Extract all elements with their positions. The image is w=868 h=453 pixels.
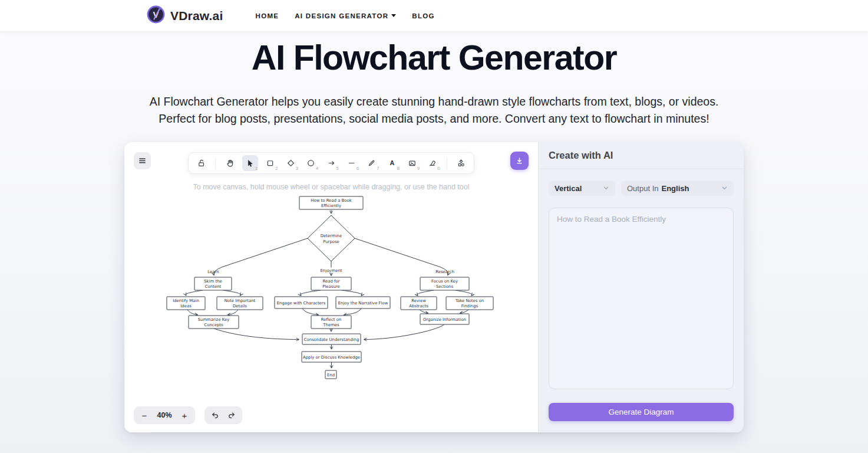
page-description: AI Flowchart Generator helps you easily … bbox=[0, 93, 868, 127]
svg-text:Ideas: Ideas bbox=[180, 304, 192, 308]
undo-button[interactable] bbox=[208, 408, 222, 422]
flowchart-drawing[interactable]: How to Read a Book Efficiently Determine… bbox=[124, 142, 538, 432]
prompt-input[interactable] bbox=[549, 208, 734, 389]
flowchart-node-engage[interactable]: Engage with Characters bbox=[275, 297, 328, 308]
flowchart-node-apply[interactable]: Apply or Discuss Knowledge bbox=[302, 352, 361, 362]
description-line-1: AI Flowchart Generator helps you easily … bbox=[0, 93, 868, 110]
panel-header: Create with AI bbox=[539, 142, 744, 169]
svg-text:Sections: Sections bbox=[436, 284, 454, 289]
chevron-down-icon bbox=[721, 184, 728, 193]
undo-icon bbox=[211, 411, 219, 419]
svg-text:Note Important: Note Important bbox=[225, 298, 256, 303]
zoom-in-button[interactable]: + bbox=[177, 408, 192, 422]
flowchart-node-focus[interactable]: Focus on Key Sections bbox=[420, 277, 469, 290]
svg-text:Purpose: Purpose bbox=[323, 239, 339, 244]
zoom-level[interactable]: 40% bbox=[157, 411, 171, 419]
zoom-out-button[interactable]: − bbox=[137, 408, 151, 422]
svg-text:Abstracts: Abstracts bbox=[409, 304, 428, 308]
svg-text:Enjoy the Narrative Flow: Enjoy the Narrative Flow bbox=[338, 301, 388, 306]
flowchart-node-skim[interactable]: Skim the Content bbox=[194, 277, 232, 290]
svg-text:Efficiently: Efficiently bbox=[321, 203, 341, 208]
flowchart-node-summarize[interactable]: Summarize Key Concepts bbox=[189, 316, 239, 329]
svg-text:Engage with Characters: Engage with Characters bbox=[277, 301, 326, 306]
panel-title: Create with AI bbox=[549, 150, 613, 161]
svg-text:Organize Information: Organize Information bbox=[423, 317, 466, 322]
svg-text:Research: Research bbox=[435, 270, 454, 274]
history-controls bbox=[204, 406, 242, 424]
flowchart-node-reflect[interactable]: Reflect on Themes bbox=[311, 316, 351, 329]
brand-logo[interactable]: V VDraw.ai bbox=[147, 5, 223, 26]
nav-item-home[interactable]: HOME bbox=[256, 12, 279, 19]
svg-text:Reflect on: Reflect on bbox=[321, 317, 342, 322]
zoom-controls: − 40% + bbox=[134, 406, 195, 424]
output-language-select[interactable]: Output In English bbox=[621, 180, 734, 196]
flowchart-node-takenotes[interactable]: Take Notes on Findings bbox=[446, 297, 493, 310]
svg-text:Summarize Key: Summarize Key bbox=[198, 317, 230, 322]
top-navbar: V VDraw.ai HOME AI DESIGN GENERATOR BLOG bbox=[0, 0, 868, 31]
flowchart-node-consolidate[interactable]: Consolidate Understanding bbox=[302, 334, 361, 344]
svg-text:Consolidate Understanding: Consolidate Understanding bbox=[304, 337, 359, 342]
description-line-2: Perfect for blog posts, presentations, s… bbox=[0, 110, 868, 127]
flowchart-node-review[interactable]: Review Abstracts bbox=[401, 297, 437, 310]
flowchart-node-identify[interactable]: Identify Main Ideas bbox=[167, 297, 205, 310]
page-title: AI Flowchart Generator bbox=[0, 37, 868, 79]
editor-card: 1 2 3 4 bbox=[124, 142, 744, 432]
svg-text:Review: Review bbox=[411, 298, 426, 303]
svg-text:Concepts: Concepts bbox=[204, 323, 223, 327]
svg-text:Learn: Learn bbox=[207, 270, 219, 274]
svg-text:Skim the: Skim the bbox=[204, 279, 222, 284]
create-with-ai-panel: Create with AI Vertical Output In Englis… bbox=[538, 142, 744, 432]
flowchart-node-enjoy[interactable]: Enjoy the Narrative Flow bbox=[336, 297, 390, 308]
nav-item-ai-design-generator[interactable]: AI DESIGN GENERATOR bbox=[295, 12, 396, 19]
flowchart-node-decision[interactable]: Determine Purpose bbox=[308, 215, 355, 261]
svg-text:Pleasure: Pleasure bbox=[322, 284, 339, 289]
svg-text:Identify Main: Identify Main bbox=[173, 298, 199, 303]
svg-text:Content: Content bbox=[205, 284, 222, 289]
flowchart-node-read[interactable]: Read for Pleasure bbox=[311, 277, 351, 290]
svg-text:Themes: Themes bbox=[322, 323, 339, 327]
flowchart-node-note[interactable]: Note Important Details bbox=[217, 297, 263, 310]
svg-text:End: End bbox=[327, 373, 335, 378]
nav-menu: HOME AI DESIGN GENERATOR BLOG bbox=[256, 12, 435, 19]
svg-text:Read for: Read for bbox=[323, 279, 340, 284]
svg-text:Apply or Discuss Knowledge: Apply or Discuss Knowledge bbox=[303, 355, 360, 360]
svg-text:Findings: Findings bbox=[461, 304, 478, 308]
flowchart-node-organize[interactable]: Organize Information bbox=[420, 314, 469, 324]
redo-button[interactable] bbox=[225, 408, 239, 422]
flowchart-node-end[interactable]: End bbox=[325, 370, 336, 379]
svg-text:Determine: Determine bbox=[321, 234, 342, 238]
direction-select[interactable]: Vertical bbox=[549, 180, 615, 196]
generate-diagram-button[interactable]: Generate Diagram bbox=[549, 403, 734, 421]
drawing-canvas[interactable]: 1 2 3 4 bbox=[124, 142, 538, 432]
svg-text:Take Notes on: Take Notes on bbox=[455, 298, 484, 303]
redo-icon bbox=[227, 411, 236, 419]
svg-text:Details: Details bbox=[233, 304, 247, 308]
chevron-down-icon bbox=[603, 184, 609, 193]
brand-name: VDraw.ai bbox=[170, 9, 223, 23]
flowchart-node-start[interactable]: How to Read a Book Efficiently bbox=[299, 196, 363, 209]
dropdown-caret-icon bbox=[391, 14, 396, 17]
svg-text:How to Read a Book: How to Read a Book bbox=[311, 198, 351, 203]
vdraw-logo-icon: V bbox=[147, 5, 165, 26]
svg-text:Enjoyment: Enjoyment bbox=[321, 268, 342, 273]
nav-item-blog[interactable]: BLOG bbox=[412, 12, 434, 19]
svg-text:Focus on Key: Focus on Key bbox=[431, 279, 458, 284]
